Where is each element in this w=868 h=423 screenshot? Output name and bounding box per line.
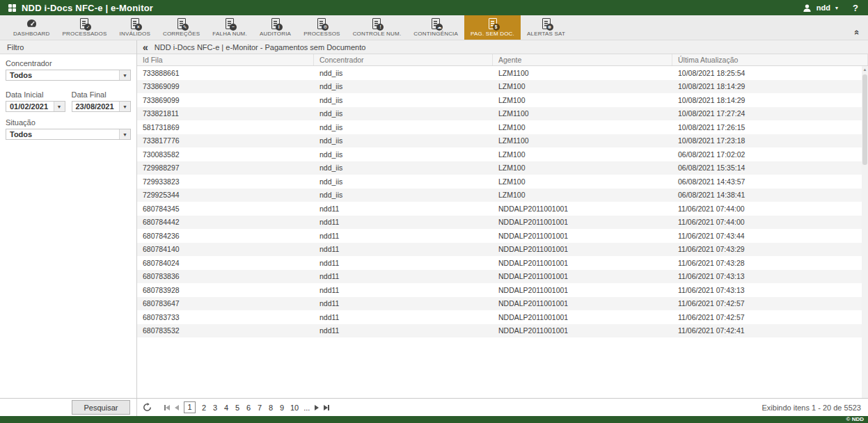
table-row[interactable]: 581731869ndd_iisLZM10010/08/2021 17:26:1… [137, 120, 868, 134]
toolbar-item-processos[interactable]: ⚙PROCESSOS [297, 15, 346, 40]
toolbar-item-falha-num[interactable]: −FALHA NUM. [206, 15, 253, 40]
chevron-down-icon[interactable]: ▼ [119, 70, 130, 80]
table-row[interactable]: 729988297ndd_iisLZM10006/08/2021 15:35:1… [137, 161, 868, 175]
table-row[interactable]: 733869099ndd_iisLZM10010/08/2021 18:14:2… [137, 93, 868, 107]
help-button[interactable]: ? [853, 3, 858, 13]
concentrador-label: Concentrador [6, 59, 131, 67]
table-cell: 10/08/2021 18:14:29 [672, 82, 868, 90]
table-cell: 730083582 [137, 150, 314, 159]
table-row[interactable]: 729925344ndd_iisLZM10006/08/2021 14:38:4… [137, 189, 868, 202]
scrollbar-thumb[interactable] [862, 74, 867, 165]
table-row[interactable]: 730083582ndd_iisLZM10006/08/2021 17:02:0… [137, 147, 868, 161]
table-row[interactable]: 733821811ndd_iisLZM110010/08/2021 17:27:… [137, 107, 868, 121]
chevron-down-icon[interactable]: ▼ [119, 129, 130, 139]
chevron-down-icon[interactable]: ▼ [119, 102, 130, 111]
table-cell: NDDALP2011001001 [493, 286, 672, 294]
table-cell: NDDALP2011001001 [493, 259, 672, 267]
table-row[interactable]: 680783647ndd11NDDALP201100100111/06/2021… [137, 297, 868, 311]
table-cell: 06/08/2021 17:02:02 [672, 150, 868, 159]
pagination-ellipsis[interactable]: ... [303, 404, 310, 412]
app-grid-icon[interactable] [8, 4, 16, 12]
table-cell: ndd11 [314, 286, 493, 294]
collapse-toolbar-icon[interactable]: « [853, 30, 862, 35]
table-cell: ndd11 [314, 313, 493, 321]
table-row[interactable]: 733888661ndd_iisLZM110010/08/2021 18:25:… [137, 66, 868, 80]
page-button-7[interactable]: 7 [257, 404, 262, 412]
table-row[interactable]: 680784236ndd11NDDALP201100100111/06/2021… [137, 229, 868, 243]
table-cell: 10/08/2021 18:14:29 [672, 96, 868, 104]
table-row[interactable]: 680783928ndd11NDDALP201100100111/06/2021… [137, 283, 868, 297]
collapse-panel-icon[interactable]: « [143, 42, 148, 52]
main-toolbar: DASHBOARD✓PROCESSADOS×INVÁLIDOS✎CORREÇÕE… [0, 15, 868, 40]
table-cell: LZM100 [493, 96, 672, 104]
toolbar-item-conting-ncia[interactable]: ☁CONTINGÊNCIA [407, 15, 464, 40]
user-menu[interactable]: ndd [816, 3, 830, 12]
table-cell: NDDALP2011001001 [493, 218, 672, 226]
table-row[interactable]: 680784345ndd11NDDALP201100100111/06/2021… [137, 202, 868, 216]
column-header-concentrador[interactable]: Concentrador [314, 54, 493, 65]
last-page-button[interactable] [324, 405, 329, 410]
badge-glyph: $ [493, 24, 500, 31]
chevron-down-icon[interactable]: ▾ [835, 6, 838, 11]
next-page-button[interactable] [315, 405, 319, 410]
column-header-id-fila[interactable]: Id Fila [137, 54, 314, 65]
page-button-1[interactable]: 1 [184, 401, 196, 413]
toolbar-item-pag-sem-doc[interactable]: $PAG. SEM DOC. [464, 15, 521, 40]
badge-glyph: ⊗ [546, 24, 553, 31]
page-button-2[interactable]: 2 [201, 404, 207, 412]
toolbar-item-controle-num[interactable]: !CONTROLE NUM. [347, 15, 408, 40]
toolbar-item-dashboard[interactable]: DASHBOARD [7, 15, 56, 40]
table-row[interactable]: 680784140ndd11NDDALP201100100111/06/2021… [137, 243, 868, 257]
page-button-8[interactable]: 8 [268, 404, 274, 412]
table-row[interactable]: 733869099ndd_iisLZM10010/08/2021 18:14:2… [137, 80, 868, 94]
table-row[interactable]: 733817776ndd_iisLZM110010/08/2021 17:23:… [137, 134, 868, 148]
table-cell: ndd11 [314, 326, 493, 335]
chevron-down-icon[interactable]: ▼ [54, 102, 65, 111]
doc-info-icon: i [271, 17, 280, 29]
table-row[interactable]: 729933823ndd_iisLZM10006/08/2021 14:43:5… [137, 175, 868, 189]
data-inicial-label: Data Inicial [6, 90, 65, 99]
column-header-ltima-atualiza-o[interactable]: Última Atualização [672, 54, 868, 65]
table-cell: ndd_iis [314, 82, 493, 90]
toolbar-item-alertas-sat[interactable]: ⊗ALERTAS SAT [521, 15, 571, 40]
data-inicial-picker[interactable]: 01/02/2021 ▼ [6, 101, 65, 112]
table-cell: NDDALP2011001001 [493, 326, 672, 335]
page-button-6[interactable]: 6 [246, 404, 251, 412]
toolbar-item-corre-es[interactable]: ✎CORREÇÕES [157, 15, 206, 40]
concentrador-select[interactable]: Todos ▼ [6, 70, 131, 81]
search-button[interactable]: Pesquisar [72, 400, 130, 415]
page-button-3[interactable]: 3 [212, 404, 218, 412]
concentrador-value: Todos [6, 71, 119, 79]
table-cell: 680783647 [137, 299, 314, 308]
page-button-10[interactable]: 10 [290, 404, 299, 412]
page-button-5[interactable]: 5 [235, 404, 240, 412]
toolbar-item-label: PROCESSADOS [62, 31, 106, 37]
page-button-4[interactable]: 4 [223, 404, 229, 412]
refresh-icon[interactable] [143, 403, 152, 412]
table-row[interactable]: 680783733ndd11NDDALP201100100111/06/2021… [137, 310, 868, 324]
table-cell: 06/08/2021 15:35:14 [672, 163, 868, 172]
situacao-select[interactable]: Todos ▼ [6, 129, 131, 140]
previous-page-button[interactable] [175, 405, 179, 410]
table-cell: ndd11 [314, 232, 493, 240]
data-final-picker[interactable]: 23/08/2021 ▼ [72, 101, 132, 112]
footer-bar: © NDD [0, 416, 868, 423]
toolbar-item-processados[interactable]: ✓PROCESSADOS [56, 15, 113, 40]
table-cell: NDDALP2011001001 [493, 205, 672, 213]
app-title: NDD i-Docs NFC-e | e-Monitor [22, 3, 153, 13]
table-cell: ndd_iis [314, 150, 493, 159]
table-cell: ndd_iis [314, 163, 493, 172]
first-page-button[interactable] [164, 405, 170, 410]
table-row[interactable]: 680783532ndd11NDDALP201100100111/06/2021… [137, 324, 868, 338]
table-row[interactable]: 680783836ndd11NDDALP201100100111/06/2021… [137, 270, 868, 284]
toolbar-item-inv-lidos[interactable]: ×INVÁLIDOS [113, 15, 156, 40]
table-row[interactable]: 680784024ndd11NDDALP201100100111/06/2021… [137, 256, 868, 270]
page-button-9[interactable]: 9 [279, 404, 285, 412]
table-cell: 680784345 [137, 205, 314, 213]
column-header-agente[interactable]: Agente [493, 54, 672, 65]
scroll-up-icon[interactable]: ▲ [862, 66, 868, 72]
vertical-scrollbar[interactable]: ▲ [862, 66, 868, 398]
toolbar-item-auditoria[interactable]: iAUDITORIA [253, 15, 297, 40]
table-row[interactable]: 680784442ndd11NDDALP201100100111/06/2021… [137, 216, 868, 230]
table-cell: 680784442 [137, 218, 314, 226]
